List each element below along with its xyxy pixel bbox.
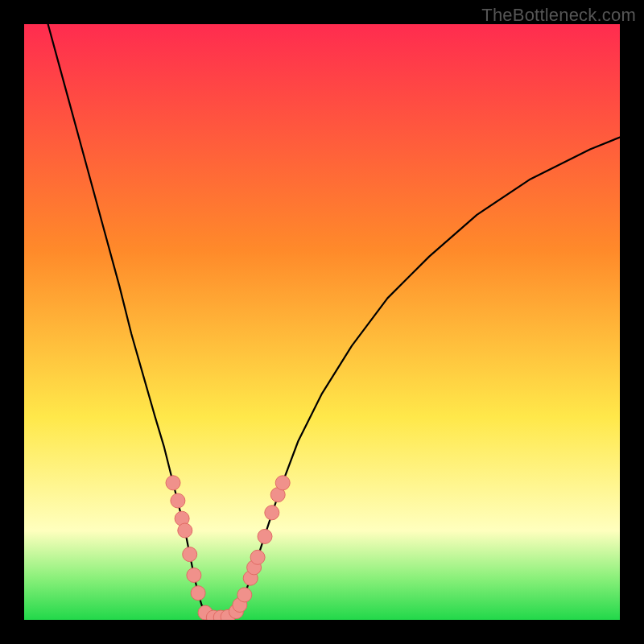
data-marker bbox=[171, 493, 185, 508]
data-marker bbox=[265, 506, 279, 520]
data-marker bbox=[191, 586, 205, 601]
data-marker bbox=[275, 476, 290, 490]
data-marker bbox=[183, 547, 197, 562]
chart-svg bbox=[24, 24, 620, 620]
chart-container: TheBottleneck.com bbox=[0, 0, 644, 644]
watermark-text: TheBottleneck.com bbox=[481, 5, 636, 26]
data-marker bbox=[250, 550, 265, 564]
plot-area bbox=[24, 24, 620, 620]
data-marker bbox=[178, 523, 192, 538]
data-marker bbox=[187, 568, 201, 583]
data-marker bbox=[166, 476, 180, 490]
data-marker bbox=[258, 529, 272, 543]
gradient-background bbox=[24, 24, 620, 620]
data-marker bbox=[237, 588, 252, 602]
